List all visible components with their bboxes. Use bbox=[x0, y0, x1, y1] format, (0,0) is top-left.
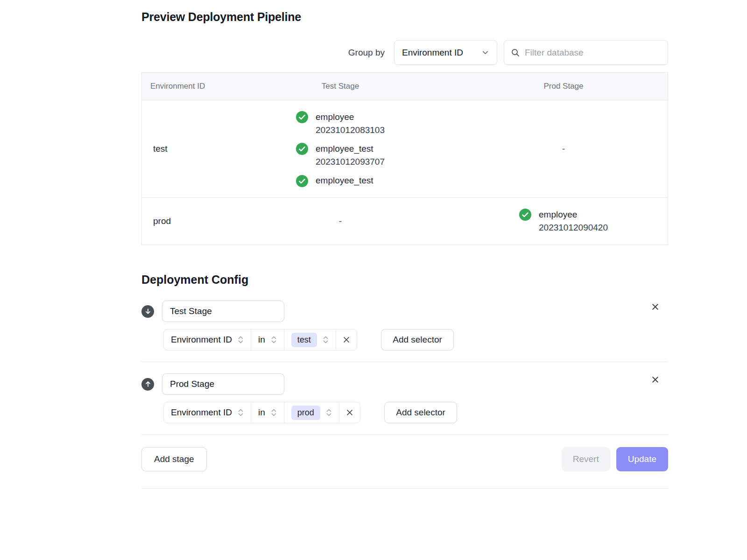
selector-rule: Environment ID in test bbox=[163, 329, 357, 350]
table-header-row: Environment ID Test Stage Prod Stage bbox=[142, 73, 668, 100]
database-name-version: employee 20231012090420 bbox=[539, 208, 608, 234]
environment-id-cell: prod bbox=[142, 198, 221, 245]
environment-id-cell: test bbox=[142, 100, 221, 197]
database-version: 20231012090420 bbox=[539, 221, 608, 234]
stage-config-block: Environment ID in test bbox=[141, 301, 668, 350]
stage-name-input[interactable] bbox=[162, 373, 284, 395]
search-icon bbox=[511, 48, 520, 57]
prod-stage-cell: - bbox=[459, 100, 668, 197]
page-title: Preview Deployment Pipeline bbox=[141, 10, 668, 24]
empty-stage-dash: - bbox=[562, 144, 565, 154]
remove-selector-button[interactable] bbox=[339, 402, 360, 423]
remove-stage-button[interactable] bbox=[650, 301, 661, 312]
prod-stage-cell: employee 20231012090420 bbox=[459, 198, 668, 245]
footer-right-actions: Revert Update bbox=[562, 447, 668, 471]
group-by-select[interactable]: Environment ID bbox=[394, 40, 497, 65]
database-item: employee_test bbox=[296, 174, 385, 187]
footer-actions: Add stage Revert Update bbox=[141, 447, 668, 471]
selector-key-select[interactable]: Environment ID bbox=[164, 329, 251, 350]
table-row: prod - employee 20231012090420 bbox=[142, 198, 668, 245]
selector-operator-label: in bbox=[258, 335, 265, 345]
deployment-config-title: Deployment Config bbox=[141, 273, 668, 287]
divider bbox=[141, 434, 668, 435]
add-selector-button[interactable]: Add selector bbox=[384, 402, 457, 423]
test-stage-cell: - bbox=[221, 198, 459, 245]
toolbar: Group by Environment ID bbox=[141, 40, 668, 65]
group-by-selected-value: Environment ID bbox=[402, 48, 463, 58]
database-name-version: employee_test 20231012093707 bbox=[316, 142, 385, 168]
chevron-updown-icon bbox=[323, 335, 329, 344]
stage-name-input[interactable] bbox=[162, 301, 284, 322]
divider bbox=[141, 488, 668, 489]
selector-value-select[interactable]: test bbox=[284, 329, 336, 350]
chevron-down-icon bbox=[481, 49, 489, 56]
selector-rule: Environment ID in prod bbox=[163, 402, 360, 423]
test-stage-cell: employee 20231012083103 employee_test 20… bbox=[221, 100, 459, 197]
database-version: 20231012083103 bbox=[316, 124, 385, 137]
selector-operator-select[interactable]: in bbox=[251, 402, 284, 423]
column-header-environment-id: Environment ID bbox=[142, 82, 221, 91]
remove-selector-button[interactable] bbox=[336, 329, 357, 350]
remove-stage-button[interactable] bbox=[650, 374, 661, 385]
content-area: Preview Deployment Pipeline Group by Env… bbox=[141, 0, 668, 489]
database-name: employee bbox=[316, 111, 385, 124]
chevron-updown-icon bbox=[271, 335, 277, 344]
filter-database-search bbox=[504, 40, 668, 65]
selector-key-select[interactable]: Environment ID bbox=[164, 402, 251, 423]
move-stage-up-icon[interactable] bbox=[141, 378, 154, 391]
database-name: employee bbox=[539, 208, 608, 221]
stage-config-block: Environment ID in prod bbox=[141, 373, 668, 423]
chevron-updown-icon bbox=[326, 408, 332, 417]
database-version: 20231012093707 bbox=[316, 155, 385, 168]
stage-header bbox=[141, 301, 668, 322]
table-row: test employee 20231012083103 bbox=[142, 100, 668, 198]
update-button[interactable]: Update bbox=[616, 447, 668, 471]
database-name: employee_test bbox=[316, 174, 374, 187]
selector-operator-select[interactable]: in bbox=[251, 329, 284, 350]
success-check-icon bbox=[296, 111, 308, 123]
selector-value-badge: prod bbox=[291, 406, 320, 420]
stage-header bbox=[141, 373, 668, 395]
column-header-prod-stage: Prod Stage bbox=[459, 82, 668, 91]
column-header-test-stage: Test Stage bbox=[221, 82, 459, 91]
database-item: employee_test 20231012093707 bbox=[296, 142, 385, 168]
selector-operator-label: in bbox=[258, 407, 265, 418]
success-check-icon bbox=[519, 209, 531, 221]
chevron-updown-icon bbox=[238, 335, 244, 344]
group-by-label: Group by bbox=[348, 48, 385, 58]
empty-stage-dash: - bbox=[339, 216, 342, 226]
filter-database-input[interactable] bbox=[525, 48, 661, 58]
database-item: employee 20231012083103 bbox=[296, 111, 385, 137]
revert-button[interactable]: Revert bbox=[562, 447, 610, 471]
preview-deployment-pipeline-page: Preview Deployment Pipeline Group by Env… bbox=[0, 0, 747, 560]
success-check-icon bbox=[296, 143, 308, 155]
selector-key-label: Environment ID bbox=[171, 335, 232, 345]
selector-value-select[interactable]: prod bbox=[284, 402, 339, 423]
selector-value-badge: test bbox=[291, 333, 317, 347]
divider bbox=[141, 362, 668, 362]
database-name: employee_test bbox=[316, 142, 385, 155]
add-stage-button[interactable]: Add stage bbox=[141, 447, 207, 471]
database-item: employee 20231012090420 bbox=[519, 208, 608, 234]
success-check-icon bbox=[296, 175, 308, 187]
selector-key-label: Environment ID bbox=[171, 407, 232, 418]
move-stage-down-icon[interactable] bbox=[141, 305, 154, 318]
chevron-updown-icon bbox=[238, 408, 244, 417]
chevron-updown-icon bbox=[271, 408, 277, 417]
pipeline-table: Environment ID Test Stage Prod Stage tes… bbox=[141, 72, 668, 245]
database-name-version: employee 20231012083103 bbox=[316, 111, 385, 137]
add-selector-button[interactable]: Add selector bbox=[381, 329, 454, 350]
